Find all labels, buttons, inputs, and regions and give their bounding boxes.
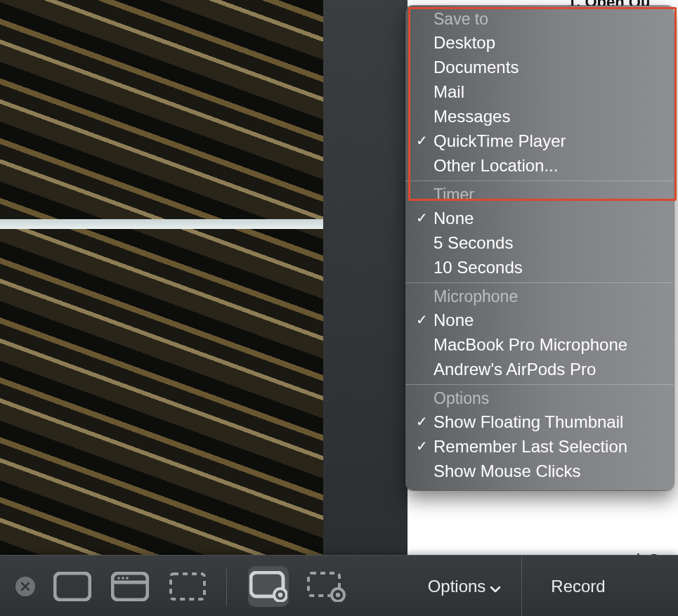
capture-selection-button[interactable] <box>167 566 208 607</box>
svg-point-4 <box>122 577 124 579</box>
menu-item-other-location[interactable]: ✓ Other Location... <box>405 153 674 178</box>
menu-item-timer-none[interactable]: ✓ None <box>405 206 674 230</box>
capture-window-button[interactable] <box>110 566 150 607</box>
menu-item-documents[interactable]: ✓ Documents <box>405 55 674 79</box>
toolbar-separator <box>226 568 227 605</box>
menu-item-floating-thumbnail[interactable]: ✓ Show Floating Thumbnail <box>405 409 674 434</box>
svg-rect-6 <box>171 574 204 599</box>
close-icon <box>21 582 30 591</box>
menu-item-label: Show Mouse Clicks <box>432 459 580 483</box>
record-selection-button[interactable] <box>306 566 346 607</box>
section-save-to: Save to ✓ Desktop ✓ Documents ✓ Mail ✓ M… <box>405 6 674 181</box>
close-button[interactable] <box>15 577 35 596</box>
menu-item-label: QuickTime Player <box>432 129 566 153</box>
svg-rect-0 <box>55 573 90 600</box>
menu-item-label: Mail <box>432 79 464 104</box>
menu-item-desktop[interactable]: ✓ Desktop <box>405 30 674 55</box>
options-button-label: Options <box>428 577 486 596</box>
record-screen-icon <box>249 571 287 602</box>
options-popover: Save to ✓ Desktop ✓ Documents ✓ Mail ✓ M… <box>405 6 674 490</box>
window-icon <box>111 572 149 601</box>
menu-item-label: Documents <box>432 55 519 79</box>
menu-item-label: Remember Last Selection <box>432 434 627 459</box>
record-button-label: Record <box>551 577 605 596</box>
menu-item-label: MacBook Pro Microphone <box>432 332 627 357</box>
record-selection-icon <box>306 571 346 602</box>
record-entire-screen-button[interactable] <box>248 566 289 607</box>
section-timer: Timer ✓ None ✓ 5 Seconds ✓ 10 Seconds <box>405 181 674 282</box>
screenshot-toolbar: Options Record <box>0 555 678 616</box>
menu-item-timer-10s[interactable]: ✓ 10 Seconds <box>405 255 674 280</box>
menu-item-label: Desktop <box>432 30 495 55</box>
screen-icon <box>53 572 91 601</box>
menu-item-quicktime-player[interactable]: ✓ QuickTime Player <box>405 129 674 153</box>
checkmark-icon: ✓ <box>411 308 432 332</box>
record-button[interactable]: Record <box>521 556 634 616</box>
checkmark-icon: ✓ <box>411 206 432 230</box>
menu-item-label: Messages <box>432 104 510 129</box>
menu-item-mic-macbook[interactable]: ✓ MacBook Pro Microphone <box>405 332 674 357</box>
menu-item-mic-none[interactable]: ✓ None <box>405 308 674 332</box>
menu-item-show-mouse-clicks[interactable]: ✓ Show Mouse Clicks <box>405 459 674 483</box>
menu-item-remember-selection[interactable]: ✓ Remember Last Selection <box>405 434 674 459</box>
menu-item-messages[interactable]: ✓ Messages <box>405 104 674 129</box>
desktop-wallpaper <box>0 0 323 555</box>
checkmark-icon: ✓ <box>411 409 432 434</box>
selection-icon <box>169 572 207 601</box>
svg-rect-1 <box>112 573 148 600</box>
section-title: Microphone <box>405 286 674 308</box>
section-title: Save to <box>405 8 674 30</box>
options-button[interactable]: Options <box>408 556 521 616</box>
checkmark-icon: ✓ <box>411 129 432 153</box>
menu-item-timer-5s[interactable]: ✓ 5 Seconds <box>405 230 674 255</box>
section-microphone: Microphone ✓ None ✓ MacBook Pro Micropho… <box>405 282 674 384</box>
svg-point-9 <box>278 592 282 596</box>
menu-item-label: None <box>432 206 474 230</box>
capture-entire-screen-button[interactable] <box>52 566 93 607</box>
menu-item-label: None <box>432 308 474 332</box>
screenshot-overlay-panel <box>323 0 408 555</box>
section-options: Options ✓ Show Floating Thumbnail ✓ Reme… <box>405 384 674 486</box>
svg-point-5 <box>126 577 129 579</box>
menu-item-mail[interactable]: ✓ Mail <box>405 79 674 104</box>
section-title: Timer <box>405 184 674 206</box>
chevron-down-icon <box>490 578 501 598</box>
checkmark-icon: ✓ <box>411 434 432 459</box>
section-title: Options <box>405 388 674 409</box>
menu-item-label: 10 Seconds <box>432 255 523 280</box>
menu-item-label: 5 Seconds <box>432 230 513 255</box>
svg-point-12 <box>336 592 340 596</box>
menu-item-label: Show Floating Thumbnail <box>432 409 623 434</box>
menu-item-label: Other Location... <box>432 153 558 178</box>
svg-point-3 <box>117 577 120 579</box>
menu-item-label: Andrew's AirPods Pro <box>432 357 596 381</box>
menu-item-mic-airpods[interactable]: ✓ Andrew's AirPods Pro <box>405 357 674 381</box>
